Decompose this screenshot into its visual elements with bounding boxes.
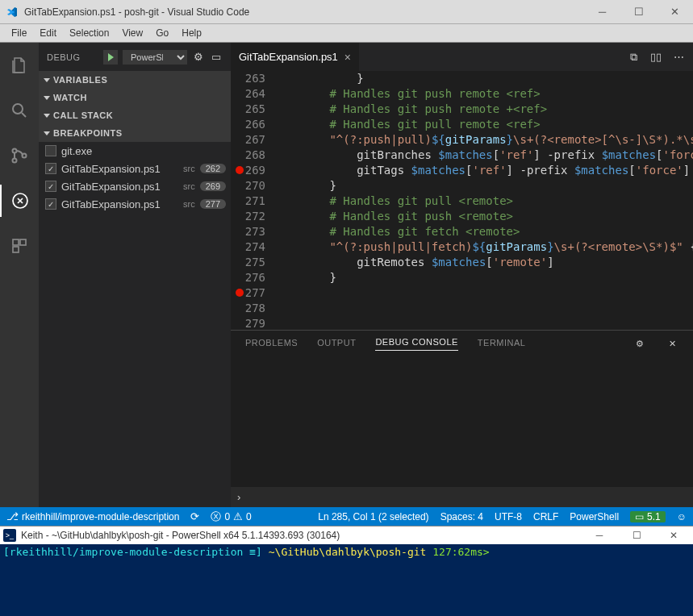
breakpoint-glyph-icon[interactable] — [236, 289, 244, 297]
split-editor-icon[interactable]: ▯▯ — [649, 51, 662, 64]
minimize-button[interactable]: ─ — [584, 0, 620, 24]
editor-tab-active[interactable]: GitTabExpansion.ps1 × — [231, 43, 360, 71]
svg-point-0 — [13, 104, 23, 114]
panel-tab-debug-console[interactable]: DEBUG CONSOLE — [375, 337, 457, 351]
status-errors[interactable]: ⓧ0 ⚠0 — [211, 510, 251, 524]
section-header-watch[interactable]: WATCH — [39, 89, 231, 106]
breakpoint-source: src — [183, 164, 195, 173]
breakpoint-row[interactable]: ✓GitTabExpansion.ps1src277 — [39, 195, 231, 213]
menu-view[interactable]: View — [115, 26, 149, 40]
status-language[interactable]: PowerShell — [570, 511, 619, 522]
terminal-icon: ▭ — [635, 511, 644, 522]
close-button[interactable]: ✕ — [657, 0, 693, 24]
menu-selection[interactable]: Selection — [63, 26, 115, 40]
panel-settings-icon[interactable]: ⚙ — [633, 338, 646, 351]
menu-help[interactable]: Help — [175, 26, 208, 40]
editor-content[interactable]: } # Handles git push remote <ref> # Hand… — [275, 71, 693, 330]
menubar: File Edit Selection View Go Help — [0, 24, 693, 43]
start-debug-button[interactable] — [103, 50, 118, 65]
breakpoint-glyph-icon[interactable] — [236, 166, 244, 174]
branch-icon: ⎇ — [6, 510, 19, 522]
panel-tabs: PROBLEMS OUTPUT DEBUG CONSOLE TERMINAL ⚙… — [231, 331, 693, 357]
compare-icon[interactable]: ⧉ — [627, 51, 640, 64]
svg-rect-7 — [13, 247, 19, 252]
activity-explorer[interactable] — [0, 49, 39, 81]
status-cursor-position[interactable]: Ln 285, Col 1 (2 selected) — [318, 511, 428, 522]
gear-icon[interactable]: ⚙ — [192, 51, 205, 64]
editor-area: GitTabExpansion.ps1 × ⧉ ▯▯ ⋯ 26326426526… — [231, 43, 693, 507]
breakpoint-row[interactable]: ✓GitTabExpansion.ps1src262 — [39, 160, 231, 177]
status-sync[interactable]: ⟳ — [190, 510, 199, 522]
term-maximize-button[interactable]: ☐ — [620, 530, 653, 541]
term-minimize-button[interactable]: ─ — [583, 530, 616, 541]
chevron-right-icon: › — [237, 491, 240, 503]
section-header-breakpoints[interactable]: BREAKPOINTS — [39, 124, 231, 142]
code-editor[interactable]: 2632642652662672682692702712722732742752… — [231, 71, 693, 330]
editor-tabs: GitTabExpansion.ps1 × ⧉ ▯▯ ⋯ — [231, 43, 693, 71]
warning-icon: ⚠ — [233, 510, 243, 522]
status-feedback[interactable]: ☺ — [677, 511, 687, 522]
breakpoint-name: GitTabExpansion.ps1 — [61, 181, 178, 193]
debug-sidebar: DEBUG PowerShe ⚙ ▭ VARIABLES WATCH CALL … — [39, 43, 231, 507]
status-eol[interactable]: CRLF — [533, 511, 558, 522]
section-breakpoints: BREAKPOINTS git.exe✓GitTabExpansion.ps1s… — [39, 124, 231, 213]
checkbox-icon[interactable]: ✓ — [45, 198, 56, 210]
maximize-button[interactable]: ☐ — [620, 0, 657, 24]
breakpoint-source: src — [183, 199, 195, 209]
section-header-callstack[interactable]: CALL STACK — [39, 106, 231, 124]
status-extension-version[interactable]: ▭5.1 — [630, 511, 666, 522]
status-encoding[interactable]: UTF-8 — [495, 511, 522, 522]
chevron-down-icon — [44, 96, 50, 100]
breakpoint-source: src — [183, 181, 195, 191]
breakpoint-name: git.exe — [61, 145, 231, 157]
more-icon[interactable]: ⋯ — [672, 51, 685, 64]
menu-edit[interactable]: Edit — [33, 26, 63, 40]
status-indentation[interactable]: Spaces: 4 — [440, 511, 483, 522]
debug-console-input[interactable]: › — [231, 487, 693, 507]
debug-console-icon[interactable]: ▭ — [210, 51, 223, 64]
activity-search[interactable] — [0, 94, 39, 127]
chevron-down-icon — [44, 114, 50, 118]
breakpoint-row[interactable]: git.exe — [39, 142, 231, 160]
editor-gutter[interactable]: 2632642652662672682692702712722732742752… — [231, 71, 275, 330]
breakpoint-name: GitTabExpansion.ps1 — [61, 163, 178, 175]
section-header-variables[interactable]: VARIABLES — [39, 71, 231, 89]
panel-tab-output[interactable]: OUTPUT — [317, 338, 356, 351]
vscode-logo-icon — [0, 6, 24, 19]
term-close-button[interactable]: ✕ — [658, 530, 690, 541]
breakpoint-line: 262 — [200, 164, 226, 173]
debug-console-body[interactable] — [231, 357, 693, 487]
powershell-icon: >_ — [3, 529, 16, 542]
panel-tab-terminal[interactable]: TERMINAL — [478, 338, 526, 351]
checkbox-icon[interactable] — [45, 145, 56, 156]
chevron-down-icon — [44, 78, 50, 82]
svg-point-2 — [13, 159, 17, 163]
breakpoint-line: 277 — [200, 199, 226, 209]
breakpoint-row[interactable]: ✓GitTabExpansion.ps1src269 — [39, 177, 231, 195]
terminal-title: Keith - ~\GitHub\dahlbyk\posh-git - Powe… — [21, 530, 340, 541]
checkbox-icon[interactable]: ✓ — [45, 163, 56, 174]
tab-label: GitTabExpansion.ps1 — [239, 51, 338, 63]
breakpoint-name: GitTabExpansion.ps1 — [61, 198, 178, 210]
checkbox-icon[interactable]: ✓ — [45, 181, 56, 192]
menu-go[interactable]: Go — [149, 26, 175, 40]
sync-icon: ⟳ — [190, 510, 199, 522]
external-terminal-window: >_ Keith - ~\GitHub\dahlbyk\posh-git - P… — [0, 526, 693, 616]
panel-tab-problems[interactable]: PROBLEMS — [245, 338, 298, 351]
activity-debug[interactable] — [0, 185, 39, 217]
close-tab-icon[interactable]: × — [344, 51, 351, 64]
workbench: DEBUG PowerShe ⚙ ▭ VARIABLES WATCH CALL … — [0, 43, 693, 507]
titlebar: GitTabExpansion.ps1 - posh-git - Visual … — [0, 0, 693, 24]
debug-config-select[interactable]: PowerShe — [123, 50, 187, 65]
terminal-body[interactable]: [rkeithhill/improve-module-description ≡… — [0, 544, 693, 616]
section-watch: WATCH — [39, 89, 231, 106]
status-branch[interactable]: ⎇rkeithhill/improve-module-description — [6, 510, 179, 522]
error-icon: ⓧ — [211, 510, 221, 524]
menu-file[interactable]: File — [5, 26, 33, 40]
window-title: GitTabExpansion.ps1 - posh-git - Visual … — [24, 6, 584, 18]
breakpoint-line: 269 — [200, 181, 226, 191]
panel-close-icon[interactable]: ✕ — [666, 338, 678, 351]
svg-point-1 — [13, 149, 17, 153]
activity-extensions[interactable] — [0, 230, 39, 262]
activity-scm[interactable] — [0, 139, 39, 172]
